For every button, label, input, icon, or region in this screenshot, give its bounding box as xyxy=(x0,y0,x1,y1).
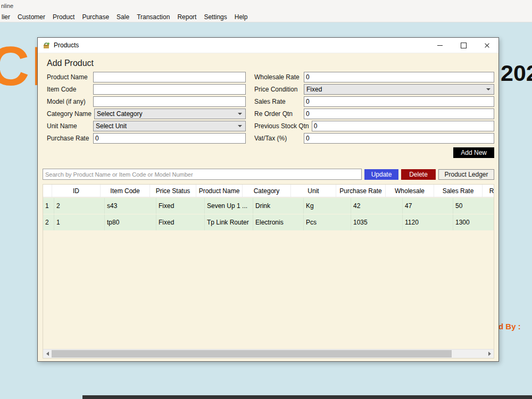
purchase-rate-label: Purchase Rate xyxy=(47,135,93,142)
unit-select-value: Select Unit xyxy=(96,122,127,130)
re-order-qtn-label: Re Order Qtn xyxy=(254,110,304,118)
category-name-label: Category Name xyxy=(47,110,94,118)
close-button[interactable] xyxy=(475,38,498,53)
table-header-pricestatus[interactable]: Price Status xyxy=(150,185,196,197)
menu-item-report[interactable]: Report xyxy=(173,13,200,21)
price-condition-select[interactable]: Fixed xyxy=(304,84,494,95)
search-input[interactable] xyxy=(43,169,362,180)
previous-stock-qtn-input[interactable] xyxy=(312,121,494,131)
close-icon xyxy=(484,43,490,48)
cell-category: Drink xyxy=(253,198,304,214)
minimize-icon xyxy=(437,45,443,46)
row-number: 2 xyxy=(43,214,54,230)
cell-productname: Seven Up 1 ... xyxy=(205,198,253,214)
unit-name-label: Unit Name xyxy=(47,122,93,130)
cell-id: 2 xyxy=(54,198,105,214)
cell-itemcode: s43 xyxy=(105,198,156,214)
maximize-button[interactable] xyxy=(452,38,475,53)
table-header-wholesale[interactable]: Wholesale xyxy=(386,185,434,197)
cell-salesrate: 50 xyxy=(453,198,494,214)
re-order-qtn-input[interactable] xyxy=(304,109,494,119)
add-product-form: Product Name Item Code Model (if any) Ca… xyxy=(47,72,494,143)
menu-bar: lierCustomerProductPurchaseSaleTransacti… xyxy=(0,12,532,22)
table-row[interactable]: 12s43FixedSeven Up 1 ...DrinkKg4247500 xyxy=(43,198,494,214)
menu-item-customer[interactable]: Customer xyxy=(14,13,49,21)
menu-item-lier[interactable]: lier xyxy=(0,13,14,21)
product-name-input[interactable] xyxy=(93,72,246,82)
minimize-button[interactable] xyxy=(428,38,452,53)
cell-purchaserate: 1035 xyxy=(351,214,403,230)
products-table: IDItem CodePrice StatusProduct NameCateg… xyxy=(43,184,494,359)
menu-item-help[interactable]: Help xyxy=(231,13,252,21)
cell-wholesale: 47 xyxy=(403,198,453,214)
vat-tax-input[interactable] xyxy=(304,133,494,144)
cell-unit: Pcs xyxy=(304,214,351,230)
table-header-productname[interactable]: Product Name xyxy=(196,185,243,197)
scroll-left-icon xyxy=(46,352,49,356)
wholesale-rate-input[interactable] xyxy=(304,72,494,82)
menu-item-purchase[interactable]: Purchase xyxy=(78,13,113,21)
menu-item-product[interactable]: Product xyxy=(49,13,78,21)
item-code-input[interactable] xyxy=(93,84,246,95)
menu-item-sale[interactable]: Sale xyxy=(113,13,133,21)
table-row[interactable]: 21tp80FixedTp Link RouterElectronisPcs10… xyxy=(43,214,494,230)
model-input[interactable] xyxy=(93,96,246,107)
background-year-text: 202 xyxy=(501,62,532,85)
category-select[interactable]: Select Category xyxy=(94,109,246,119)
purchase-rate-input[interactable] xyxy=(93,133,246,144)
desktop: nline lierCustomerProductPurchaseSaleTra… xyxy=(0,0,532,399)
chevron-down-icon xyxy=(238,113,242,115)
row-number: 1 xyxy=(43,198,54,214)
table-header-rownum xyxy=(43,185,52,197)
taskbar-fragment xyxy=(82,395,532,399)
menu-item-settings[interactable]: Settings xyxy=(200,13,230,21)
scrollbar-thumb[interactable] xyxy=(52,350,452,358)
product-name-label: Product Name xyxy=(47,73,93,81)
delete-button[interactable]: Delete xyxy=(401,169,436,180)
cell-id: 1 xyxy=(54,214,105,230)
form-right-column: Wholesale Rate Price Condition Fixed Sal… xyxy=(254,72,494,143)
price-condition-label: Price Condition xyxy=(254,86,304,93)
products-window-icon xyxy=(42,41,51,49)
table-header-purchaserate[interactable]: Purchase Rate xyxy=(336,185,386,197)
products-window-title: Products xyxy=(54,41,428,49)
scroll-left-button[interactable] xyxy=(43,350,52,358)
products-window-body: Add Product Product Name Item Code Model… xyxy=(38,53,498,359)
model-label: Model (if any) xyxy=(47,98,93,105)
maximize-icon xyxy=(461,43,467,48)
developed-by-text: d By : xyxy=(498,322,521,331)
scroll-right-button[interactable] xyxy=(485,350,494,358)
cell-productname: Tp Link Router xyxy=(205,214,253,230)
table-header-category[interactable]: Category xyxy=(243,185,291,197)
price-condition-select-value: Fixed xyxy=(306,86,322,93)
product-ledger-button[interactable]: Product Ledger xyxy=(438,169,494,180)
cell-purchaserate: 42 xyxy=(351,198,403,214)
products-window-titlebar[interactable]: Products xyxy=(38,38,498,53)
menu-item-transaction[interactable]: Transaction xyxy=(133,13,173,21)
add-new-button[interactable]: Add New xyxy=(453,147,494,158)
table-header-salesrate[interactable]: Sales Rate xyxy=(434,185,483,197)
cell-itemcode: tp80 xyxy=(105,214,156,230)
table-header-unit[interactable]: Unit xyxy=(291,185,336,197)
sales-rate-label: Sales Rate xyxy=(254,98,304,105)
cell-wholesale: 1120 xyxy=(403,214,453,230)
update-button[interactable]: Update xyxy=(364,169,398,180)
table-body: 12s43FixedSeven Up 1 ...DrinkKg424750021… xyxy=(43,198,494,230)
horizontal-scrollbar[interactable] xyxy=(43,349,494,358)
scroll-right-icon xyxy=(488,352,491,356)
table-header-row: IDItem CodePrice StatusProduct NameCateg… xyxy=(43,185,494,197)
cell-salesrate: 1300 xyxy=(453,214,494,230)
form-left-column: Product Name Item Code Model (if any) Ca… xyxy=(47,72,246,143)
search-row: Update Delete Product Ledger xyxy=(43,169,494,180)
sales-rate-input[interactable] xyxy=(304,96,494,107)
table-header-id[interactable]: ID xyxy=(52,185,101,197)
table-header-r[interactable]: R xyxy=(483,185,494,197)
cell-pricestatus: Fixed xyxy=(156,214,205,230)
chevron-down-icon xyxy=(486,88,491,90)
table-header-itemcode[interactable]: Item Code xyxy=(101,185,150,197)
unit-select[interactable]: Select Unit xyxy=(93,121,246,131)
add-product-heading: Add Product xyxy=(47,59,494,68)
wholesale-rate-label: Wholesale Rate xyxy=(254,73,304,81)
chevron-down-icon xyxy=(238,125,242,127)
category-select-value: Select Category xyxy=(97,110,142,118)
